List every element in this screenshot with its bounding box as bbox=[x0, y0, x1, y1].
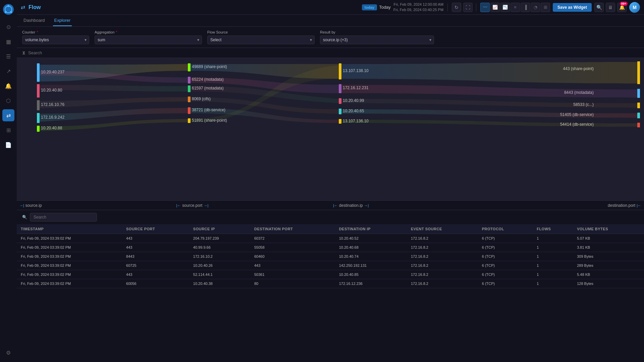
result-by-label: Result by bbox=[320, 30, 434, 34]
cell-volume_bytes: 5.48 KB bbox=[573, 270, 644, 279]
col-event-source: EVENT SOURCE bbox=[407, 224, 478, 234]
table-body: Fri, Feb 09, 2024 03:39:02 PM443204.79.1… bbox=[17, 234, 644, 288]
table-row[interactable]: Fri, Feb 09, 2024 03:39:02 PM443204.79.1… bbox=[17, 234, 644, 243]
sidebar-item-topology[interactable]: ⬡ bbox=[2, 95, 14, 107]
sidebar-item-dashboard[interactable]: ▦ bbox=[2, 36, 14, 48]
svg-rect-41 bbox=[637, 103, 640, 108]
col-source-port: SOURCE PORT bbox=[122, 224, 189, 234]
aggregation-label: Aggregation* bbox=[95, 30, 202, 34]
cell-dest_port: 55058 bbox=[250, 243, 335, 252]
svg-rect-11 bbox=[37, 113, 40, 123]
col-label-source-ip: source.ip bbox=[25, 203, 42, 208]
viz-sankey-btn[interactable]: 〰 bbox=[480, 3, 490, 12]
table-row[interactable]: Fri, Feb 09, 2024 03:39:02 PM8443172.16.… bbox=[17, 252, 644, 261]
col-flows: FLOWS bbox=[533, 224, 573, 234]
result-by-select-wrapper: source.ip (+3) bbox=[320, 36, 434, 44]
svg-rect-21 bbox=[188, 97, 191, 102]
col-volume-bytes: VOLUME BYTES bbox=[573, 224, 644, 234]
table-row[interactable]: Fri, Feb 09, 2024 03:39:02 PM44352.114.4… bbox=[17, 270, 644, 279]
sidebar-item-analytics[interactable]: ↗ bbox=[2, 65, 14, 77]
sidebar-item-settings[interactable]: ⚙ bbox=[2, 347, 14, 359]
cell-dest_port: 50361 bbox=[250, 270, 335, 279]
cell-timestamp: Fri, Feb 09, 2024 03:39:02 PM bbox=[17, 234, 122, 243]
cell-dest_ip: 172.16.12.236 bbox=[335, 279, 407, 288]
app-logo[interactable] bbox=[2, 3, 14, 15]
cell-source_port: 8443 bbox=[122, 252, 189, 261]
cell-dest_ip: 142.250.192.131 bbox=[335, 261, 407, 270]
cell-source_port: 443 bbox=[122, 270, 189, 279]
cell-source_port: 443 bbox=[122, 234, 189, 243]
svg-rect-19 bbox=[188, 85, 191, 92]
col-arrow-3b: →| bbox=[364, 203, 369, 207]
cell-volume_bytes: 309 Bytes bbox=[573, 252, 644, 261]
col-label-dest-port: destination.port bbox=[608, 203, 635, 208]
viz-toolbar: 〰 📈 📉 ≡ ▐ ◔ ⊞ bbox=[480, 3, 550, 12]
cell-event_source: 172.16.8.2 bbox=[407, 243, 478, 252]
fullscreen-btn[interactable]: ⛶ bbox=[463, 3, 473, 12]
refresh-btn[interactable]: ↻ bbox=[452, 3, 461, 12]
counter-group: Counter* volume.bytes bbox=[22, 30, 89, 44]
cell-source_ip: 204.79.197.239 bbox=[189, 234, 250, 243]
flow-source-select[interactable]: Select bbox=[207, 36, 315, 44]
viz-area-btn[interactable]: 📉 bbox=[500, 3, 510, 12]
col-source-ip: SOURCE IP bbox=[189, 224, 250, 234]
cell-protocol: 6 (TCP) bbox=[478, 234, 533, 243]
sidebar: ⊙ ▦ ☰ ↗ 🔔 ⬡ ⇄ ⊞ 📄 ⚙ bbox=[0, 0, 17, 362]
table-row[interactable]: Fri, Feb 09, 2024 03:39:02 PM44340.99.9.… bbox=[17, 243, 644, 252]
table-row[interactable]: Fri, Feb 09, 2024 03:39:02 PM6005610.20.… bbox=[17, 279, 644, 288]
aggregation-select[interactable]: sum bbox=[95, 36, 202, 44]
tab-dashboard[interactable]: Dashboard bbox=[22, 15, 46, 26]
cell-flows: 1 bbox=[533, 270, 573, 279]
cell-event_source: 172.16.8.2 bbox=[407, 252, 478, 261]
flow-icon: ⇄ bbox=[21, 4, 25, 10]
cell-flows: 1 bbox=[533, 234, 573, 243]
svg-rect-29 bbox=[339, 84, 341, 93]
viz-line-btn[interactable]: 📈 bbox=[490, 3, 500, 12]
cell-event_source: 172.16.8.2 bbox=[407, 270, 478, 279]
viz-table-btn[interactable]: ⊞ bbox=[541, 3, 550, 12]
col-arrow-4: |← bbox=[637, 203, 641, 207]
svg-rect-31 bbox=[339, 98, 341, 104]
save-widget-button[interactable]: Save as Widget bbox=[553, 3, 592, 12]
filter-icon: ⧗ bbox=[22, 50, 25, 56]
viz-list-btn[interactable]: ≡ bbox=[511, 3, 520, 12]
table-search-input[interactable] bbox=[30, 213, 97, 222]
svg-rect-17 bbox=[188, 77, 191, 83]
tab-explorer[interactable]: Explorer bbox=[53, 15, 72, 26]
svg-rect-13 bbox=[37, 126, 40, 132]
col-label-dest-ip: destination.ip bbox=[339, 203, 363, 208]
cell-event_source: 172.16.8.2 bbox=[407, 261, 478, 270]
col-arrow-2a: |← bbox=[176, 203, 181, 207]
today-badge[interactable]: today bbox=[362, 4, 377, 10]
table-row[interactable]: Fri, Feb 09, 2024 03:39:02 PM6072510.20.… bbox=[17, 261, 644, 270]
viz-bar-btn[interactable]: ▐ bbox=[521, 3, 530, 12]
search-btn[interactable]: 🔍 bbox=[594, 3, 604, 12]
search-bar: ⧗ bbox=[17, 48, 644, 58]
viz-pie-btn[interactable]: ◔ bbox=[531, 3, 540, 12]
counter-select[interactable]: volume.bytes bbox=[22, 36, 89, 44]
svg-rect-7 bbox=[37, 84, 40, 98]
result-by-select[interactable]: source.ip (+3) bbox=[320, 36, 434, 44]
cell-dest_port: 60372 bbox=[250, 234, 335, 243]
col-dest-port: DESTINATION PORT bbox=[250, 224, 335, 234]
search-input[interactable] bbox=[28, 50, 129, 55]
user-avatar[interactable]: M bbox=[629, 2, 640, 13]
svg-rect-25 bbox=[188, 118, 191, 123]
sidebar-item-packages[interactable]: ⊞ bbox=[2, 124, 14, 136]
col-header-source-port: |← source.port →| bbox=[174, 203, 331, 208]
sidebar-item-logs[interactable]: 📄 bbox=[2, 139, 14, 151]
sidebar-item-reports[interactable]: ☰ bbox=[2, 50, 14, 62]
col-dest-ip: DESTINATION IP bbox=[335, 224, 407, 234]
sidebar-item-alerts[interactable]: 🔔 bbox=[2, 80, 14, 92]
utility-icons: 🔍 🖥 🔔 99+ bbox=[594, 3, 627, 12]
cell-event_source: 172.16.8.2 bbox=[407, 279, 478, 288]
col-protocol: PROTOCOL bbox=[478, 224, 533, 234]
aggregation-select-wrapper: sum bbox=[95, 36, 202, 44]
sidebar-item-flow[interactable]: ⇄ bbox=[2, 109, 14, 121]
svg-rect-37 bbox=[637, 61, 640, 84]
monitor-btn[interactable]: 🖥 bbox=[606, 3, 615, 12]
cell-source_ip: 172.16.10.2 bbox=[189, 252, 250, 261]
sankey-chart: 10.20.40.237 10.20.40.80 172.16.10.76 17… bbox=[17, 58, 644, 210]
sidebar-item-home[interactable]: ⊙ bbox=[2, 21, 14, 33]
notification-btn[interactable]: 🔔 99+ bbox=[617, 3, 627, 12]
